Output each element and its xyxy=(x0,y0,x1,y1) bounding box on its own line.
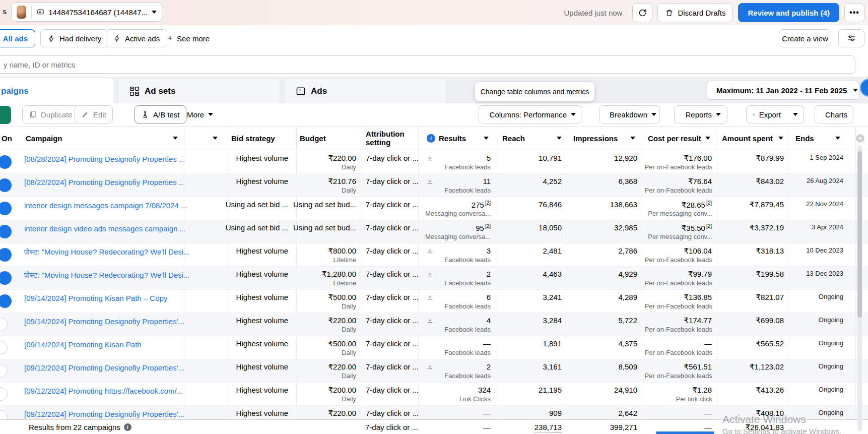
discard-drafts-button[interactable]: Discard Drafts xyxy=(657,3,733,22)
filter-all-ads[interactable]: All ads xyxy=(0,29,35,47)
date-range-picker[interactable]: Maximum: 11 Jan 2022 - 11 Feb 2025 xyxy=(707,81,859,100)
more-menu-button[interactable]: More xyxy=(187,105,213,123)
campaign-toggle[interactable] xyxy=(0,336,18,359)
header-budget[interactable]: Budget xyxy=(296,127,360,150)
ab-test-button[interactable]: A/B test xyxy=(135,105,186,123)
toggle-knob[interactable] xyxy=(0,271,12,285)
filter-active-ads[interactable]: Active ads xyxy=(106,29,167,47)
campaign-link[interactable]: [09/12/2024] Promoting Designofiy Proper… xyxy=(24,363,184,372)
campaign-link[interactable]: [09/12/2024] Promoting https://facebook.… xyxy=(24,387,183,395)
header-amount-spent[interactable]: Amount spent xyxy=(717,127,789,150)
header-reach[interactable]: Reach xyxy=(496,127,566,150)
campaign-link[interactable]: पोस्ट: "Moving House? Redecorating? We'l… xyxy=(24,247,190,257)
sort-caret-icon[interactable] xyxy=(213,137,218,140)
edit-button[interactable]: Edit xyxy=(75,105,113,123)
header-cost-per-result[interactable]: Cost per result xyxy=(641,127,717,150)
horizontal-scrollbar-thumb[interactable] xyxy=(656,431,714,434)
campaign-link[interactable]: [09/12/2024] Promoting Designofiy Proper… xyxy=(24,410,184,418)
campaign-link[interactable]: [08/22/2024] Promoting Designofiy Proper… xyxy=(24,178,185,187)
see-more-button[interactable]: + See more xyxy=(167,29,210,47)
tab-ad-sets[interactable]: Ad sets xyxy=(118,78,280,104)
review-publish-button[interactable]: Review and publish (4) xyxy=(738,3,839,22)
header-campaign[interactable]: Campaign xyxy=(18,127,184,150)
ad-account-selector[interactable]: 144847534164687 (144847... xyxy=(11,3,162,22)
header-delivery-collapsed[interactable] xyxy=(184,127,227,150)
info-icon[interactable]: i xyxy=(124,423,131,431)
header-bid-strategy[interactable]: Bid strategy xyxy=(227,127,296,150)
toggle-knob[interactable] xyxy=(0,178,12,192)
campaign-toggle[interactable] xyxy=(0,267,18,289)
sort-caret-icon[interactable] xyxy=(630,137,635,140)
campaign-link[interactable]: पोस्ट: "Moving House? Redecorating? We'l… xyxy=(24,271,190,280)
refresh-button[interactable] xyxy=(632,3,652,22)
toggle-knob[interactable] xyxy=(0,341,8,354)
vertical-scrollbar[interactable] xyxy=(857,145,862,431)
search-input[interactable] xyxy=(3,60,458,70)
duplicate-button[interactable]: Duplicate xyxy=(22,105,79,123)
download-icon[interactable] xyxy=(426,247,434,255)
charts-button[interactable]: Charts xyxy=(815,105,853,123)
download-icon[interactable] xyxy=(426,155,434,162)
info-icon[interactable]: i xyxy=(427,134,435,143)
header-results[interactable]: i Results xyxy=(418,127,496,150)
columns-button[interactable]: Columns: Performance xyxy=(479,105,582,123)
download-icon[interactable] xyxy=(426,271,434,278)
campaign-toggle[interactable] xyxy=(0,220,18,243)
toggle-knob[interactable] xyxy=(0,364,8,378)
campaign-toggle[interactable] xyxy=(0,174,18,197)
sort-caret-icon[interactable] xyxy=(705,137,710,140)
campaign-link[interactable]: [08/28/2024] Promoting Designofiy Proper… xyxy=(24,155,185,163)
download-icon[interactable] xyxy=(426,317,434,325)
campaign-toggle[interactable] xyxy=(0,359,18,382)
campaign-toggle[interactable] xyxy=(0,383,18,405)
toggle-knob[interactable] xyxy=(0,294,12,308)
table-row: interior design video ads messages campa… xyxy=(0,220,868,243)
more-options-button[interactable]: ••• xyxy=(844,3,864,22)
add-column-icon[interactable]: + xyxy=(856,134,864,143)
tab-ads[interactable]: Ads xyxy=(284,78,446,104)
download-icon[interactable] xyxy=(426,294,434,301)
export-button[interactable]: Export xyxy=(746,105,787,123)
export-caret-button[interactable] xyxy=(787,105,804,123)
reports-button[interactable]: Reports xyxy=(674,105,727,123)
download-icon[interactable] xyxy=(426,178,434,185)
campaign-link[interactable]: [09/14/2024] Promoting Designofiy Proper… xyxy=(24,317,184,326)
header-impressions[interactable]: Impressions xyxy=(566,127,641,150)
toggle-knob[interactable] xyxy=(0,202,12,215)
campaign-toggle[interactable] xyxy=(0,197,18,220)
header-attribution[interactable]: Attribution setting xyxy=(360,127,418,150)
campaign-toggle[interactable] xyxy=(0,290,18,313)
toggle-knob[interactable] xyxy=(0,155,12,169)
campaign-toggle[interactable] xyxy=(0,313,18,336)
tab-campaigns[interactable]: paigns xyxy=(0,78,113,104)
scrollbar-thumb[interactable] xyxy=(857,151,862,318)
bid-strategy-cell: Highest volume xyxy=(227,151,296,173)
search-input-box[interactable] xyxy=(0,55,855,74)
sort-caret-icon[interactable] xyxy=(557,137,562,140)
create-view-button[interactable]: Create a view xyxy=(779,29,831,47)
updated-status: Updated just now xyxy=(564,9,623,17)
campaign-toggle[interactable] xyxy=(0,243,18,266)
ends-value: Ongoing xyxy=(819,339,843,347)
toggle-knob[interactable] xyxy=(0,318,8,331)
sort-caret-icon[interactable] xyxy=(778,137,783,140)
toggle-knob[interactable] xyxy=(0,248,12,262)
campaign-toggle[interactable] xyxy=(0,151,18,173)
header-ends[interactable]: Ends xyxy=(789,127,855,150)
campaign-link[interactable]: interior design messages campaign 7/08/2… xyxy=(24,201,187,210)
campaign-link[interactable]: [09/14/2024] Promoting Kisan Path xyxy=(24,340,142,349)
campaign-link[interactable]: [09/14/2024] Promoting Kisan Path – Copy xyxy=(24,294,167,302)
sort-caret-icon[interactable] xyxy=(835,137,840,140)
attribution-value: 7-day click or ... xyxy=(366,316,419,325)
filter-had-delivery[interactable]: Had delivery xyxy=(40,29,109,47)
sort-caret-icon[interactable] xyxy=(484,137,489,140)
toggle-knob[interactable] xyxy=(0,225,12,238)
reach-cell: 1,891 xyxy=(496,336,566,359)
sort-caret-icon[interactable] xyxy=(173,137,178,140)
campaign-link[interactable]: interior design video ads messages campa… xyxy=(24,224,186,233)
create-button-clipped[interactable] xyxy=(0,106,11,124)
breakdown-button[interactable]: Breakdown xyxy=(599,105,660,123)
toggle-knob[interactable] xyxy=(0,387,8,401)
download-icon[interactable] xyxy=(426,363,434,371)
view-settings-button[interactable] xyxy=(838,29,864,47)
